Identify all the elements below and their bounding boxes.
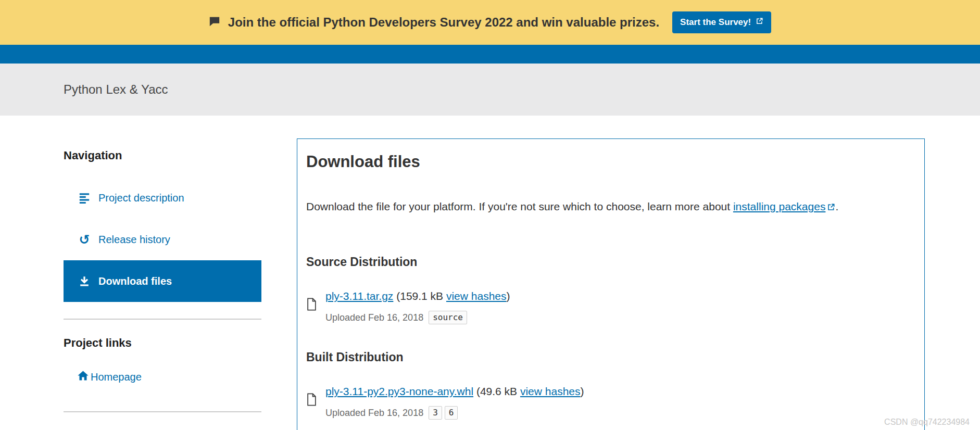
download-files-title: Download files bbox=[306, 153, 912, 171]
file-line: ply-3.11-py2.py3-none-any.whl (49.6 kB v… bbox=[325, 384, 584, 399]
close-paren: ) bbox=[507, 290, 510, 302]
survey-banner: Join the official Python Developers Surv… bbox=[0, 0, 980, 45]
download-files-panel: Download files Download the file for you… bbox=[297, 138, 925, 430]
sidebar-item-label: Project description bbox=[98, 192, 184, 204]
file-size-text: (159.1 kB bbox=[396, 290, 443, 302]
homepage-label: Homepage bbox=[91, 371, 142, 383]
uploaded-text: Uploaded Feb 16, 2018 bbox=[325, 312, 423, 323]
installing-packages-link[interactable]: installing packages bbox=[733, 200, 835, 212]
start-survey-button[interactable]: Start the Survey! bbox=[672, 11, 771, 33]
history-icon: ↺ bbox=[78, 233, 91, 246]
file-badges: 3 6 bbox=[429, 406, 458, 420]
close-paren: ) bbox=[581, 385, 584, 397]
file-line: ply-3.11.tar.gz (159.1 kB view hashes) bbox=[325, 289, 510, 303]
external-link-icon bbox=[827, 201, 835, 214]
sidebar-divider bbox=[64, 411, 261, 412]
sidebar-item-download-files[interactable]: Download files bbox=[64, 260, 261, 302]
content-area: Navigation Project description ↺ Release… bbox=[0, 116, 980, 430]
section-heading-source: Source Distribution bbox=[306, 255, 912, 269]
file-info: ply-3.11.tar.gz (159.1 kB view hashes) U… bbox=[325, 289, 510, 324]
external-link-icon bbox=[756, 17, 763, 28]
intro-after: . bbox=[835, 200, 838, 212]
homepage-link[interactable]: Homepage bbox=[64, 368, 261, 386]
file-type-badge: source bbox=[429, 311, 467, 324]
start-survey-label: Start the Survey! bbox=[680, 17, 751, 28]
python-version-badge: 3 bbox=[429, 406, 442, 420]
uploaded-text: Uploaded Feb 16, 2018 bbox=[325, 408, 423, 419]
download-icon bbox=[78, 275, 91, 287]
file-link[interactable]: ply-3.11-py2.py3-none-any.whl bbox=[325, 385, 473, 397]
file-meta: Uploaded Feb 16, 2018 3 6 bbox=[325, 406, 584, 420]
sidebar-divider bbox=[64, 319, 261, 320]
file-icon bbox=[306, 297, 317, 324]
intro-text: Download the file for your platform. If … bbox=[306, 200, 912, 214]
installing-packages-label: installing packages bbox=[733, 200, 825, 212]
banner-text: Join the official Python Developers Surv… bbox=[228, 15, 659, 30]
speech-bubble-icon bbox=[209, 16, 220, 29]
home-icon bbox=[77, 370, 89, 384]
file-info: ply-3.11-py2.py3-none-any.whl (49.6 kB v… bbox=[325, 384, 584, 420]
file-row: ply-3.11.tar.gz (159.1 kB view hashes) U… bbox=[306, 289, 912, 324]
align-left-icon bbox=[78, 192, 91, 204]
sidebar-item-release-history[interactable]: ↺ Release history bbox=[64, 219, 261, 260]
sidebar-item-project-description[interactable]: Project description bbox=[64, 177, 261, 219]
sidebar: Navigation Project description ↺ Release… bbox=[64, 138, 261, 412]
project-title-bar: Python Lex & Yacc bbox=[0, 64, 980, 116]
view-hashes-link[interactable]: view hashes bbox=[520, 385, 581, 397]
file-row: ply-3.11-py2.py3-none-any.whl (49.6 kB v… bbox=[306, 384, 912, 420]
section-heading-built: Built Distribution bbox=[306, 350, 912, 364]
file-icon bbox=[306, 393, 317, 420]
file-link[interactable]: ply-3.11.tar.gz bbox=[325, 290, 393, 302]
sidebar-item-label: Download files bbox=[98, 275, 172, 287]
view-hashes-link[interactable]: view hashes bbox=[446, 290, 507, 302]
nav-heading: Navigation bbox=[64, 149, 261, 162]
project-links-heading: Project links bbox=[64, 336, 261, 350]
project-title: Python Lex & Yacc bbox=[64, 82, 168, 97]
file-size-text: (49.6 kB bbox=[476, 385, 517, 397]
site-header-bar bbox=[0, 45, 980, 64]
file-badges: source bbox=[429, 311, 467, 324]
watermark: CSDN @qq742234984 bbox=[884, 418, 970, 427]
python-version-badge: 6 bbox=[445, 406, 458, 420]
sidebar-item-label: Release history bbox=[98, 234, 170, 246]
intro-before: Download the file for your platform. If … bbox=[306, 200, 733, 212]
file-meta: Uploaded Feb 16, 2018 source bbox=[325, 311, 510, 324]
